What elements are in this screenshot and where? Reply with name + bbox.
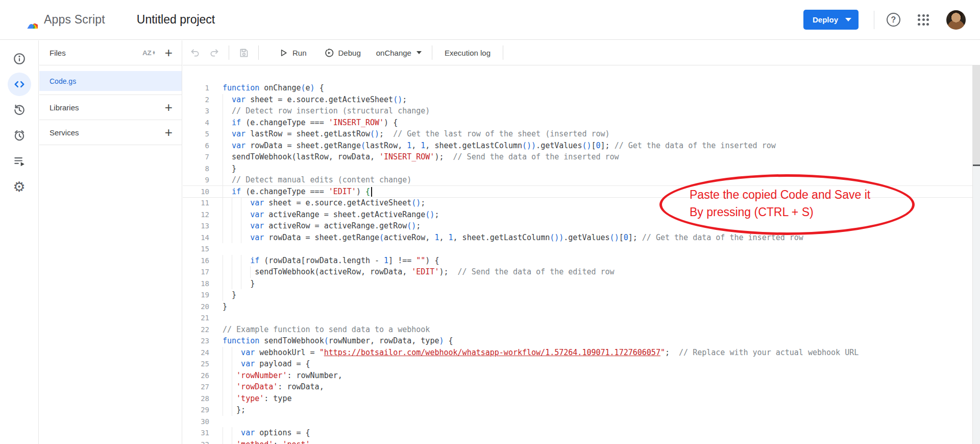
code-line[interactable]: 1function onChange(e) { [183,82,972,94]
run-button[interactable]: Run [275,45,311,60]
line-number: 6 [183,140,209,152]
code-line[interactable]: 16if (rowData[rowData.length - 1] !== ""… [183,255,972,267]
code-line[interactable]: 4if (e.changeType === 'INSERT_ROW') { [183,117,972,129]
line-number: 13 [183,220,209,232]
files-panel: Files AZ▲▼ + Code.gs Libraries + Service… [39,40,182,444]
code-line[interactable]: 6var rowData = sheet.getRange(lastRow, 1… [183,140,972,152]
code-line[interactable]: 31var options = { [183,427,972,439]
code-line[interactable]: 28'type': type [183,393,972,405]
code-lines: 1function onChange(e) {2var sheet = e.so… [183,82,972,444]
annotation-text: Paste the copied Code and Save it By pre… [690,186,870,221]
debug-button[interactable]: Debug [320,45,365,61]
code-line[interactable]: 26'rowNumber': rowNumber, [183,370,972,382]
code-line[interactable]: 8} [183,163,972,175]
code-line[interactable]: 25var payload = { [183,358,972,370]
line-number: 8 [183,163,209,175]
code-line[interactable]: 22// Example function to send data to a … [183,324,972,336]
undo-button[interactable] [186,44,205,61]
text-cursor [371,187,372,197]
settings-gear-icon[interactable]: ⚙ [7,174,32,199]
editor-zone: Run Debug onChange Execution log [183,40,980,444]
add-service-icon[interactable]: + [165,126,173,139]
code-editor-icon[interactable] [7,72,32,97]
code-line[interactable]: 21 [183,312,972,324]
code-line[interactable]: 14var rowData = sheet.getRange(activeRow… [183,232,972,244]
line-number: 27 [183,381,209,393]
vertical-scrollbar[interactable] [972,65,980,444]
debug-icon [324,48,334,58]
project-history-icon[interactable] [7,97,32,123]
redo-button[interactable] [205,44,224,61]
red-ellipse-annotation: Paste the copied Code and Save it By pre… [659,174,915,235]
code-line[interactable]: 24var webhookUrl = "https://botsailor.co… [183,347,972,359]
code-line[interactable]: 18} [183,278,972,290]
line-number: 29 [183,404,209,416]
code-line[interactable]: 2var sheet = e.source.getActiveSheet(); [183,94,972,106]
line-number: 28 [183,393,209,405]
code-line[interactable]: 19} [183,289,972,301]
file-item-codegs[interactable]: Code.gs [39,71,182,91]
line-number: 9 [183,174,209,186]
line-number: 18 [183,278,209,290]
line-number: 16 [183,255,209,267]
code-line[interactable]: 15 [183,243,972,255]
project-title[interactable]: Untitled project [137,13,215,27]
toolbar-divider [432,45,432,60]
execution-log-button[interactable]: Execution log [437,45,498,60]
code-line[interactable]: 30 [183,416,972,428]
function-selector[interactable]: onChange [371,45,427,60]
toolbar-divider [229,45,229,60]
left-icon-rail: ⚙ [0,40,39,444]
line-number: 1 [183,82,209,94]
line-number: 31 [183,427,209,439]
line-number: 25 [183,358,209,370]
line-number: 2 [183,94,209,106]
line-number: 23 [183,335,209,347]
line-number: 15 [183,243,209,255]
save-button[interactable] [234,44,253,61]
code-line[interactable]: 27'rowData': rowData, [183,381,972,393]
executions-icon[interactable] [7,148,32,174]
overview-info-icon[interactable] [7,46,32,72]
line-number: 21 [183,312,209,324]
google-apps-grid-icon[interactable] [918,14,929,26]
triggers-alarm-icon[interactable] [7,123,32,148]
annotation-line-1: Paste the copied Code and Save it [690,186,870,203]
line-number: 12 [183,209,209,221]
code-line[interactable]: 17sendToWebhook(activeRow, rowData, 'EDI… [183,266,972,278]
file-item-label: Code.gs [50,77,76,85]
code-line[interactable]: 3// Detect row insertion (structural cha… [183,105,972,117]
user-avatar[interactable] [946,10,966,30]
apps-script-window: Apps Script Untitled project Deploy ? [0,0,980,444]
topbar-actions: Deploy ? [803,10,966,30]
app-name: Apps Script [44,13,105,27]
files-panel-header: Files AZ▲▼ + [39,40,182,65]
function-selector-value: onChange [376,49,411,57]
code-editor[interactable]: 1function onChange(e) {2var sheet = e.so… [183,65,972,444]
help-icon[interactable]: ? [887,13,900,27]
scrollbar-thumb[interactable] [973,65,980,166]
top-app-bar: Apps Script Untitled project Deploy ? [0,0,980,40]
line-number: 11 [183,197,209,209]
chevron-down-icon [416,51,422,54]
code-line[interactable]: 32'method': 'post' [183,439,972,444]
code-line[interactable]: 20} [183,301,972,313]
code-line[interactable]: 29}; [183,404,972,416]
line-number: 24 [183,347,209,359]
line-number: 3 [183,105,209,117]
services-label: Services [50,128,79,137]
code-line[interactable]: 7sendToWebhook(lastRow, rowData, 'INSERT… [183,151,972,163]
sort-az-icon[interactable]: AZ▲▼ [142,49,156,57]
add-library-icon[interactable]: + [165,101,173,114]
services-section: Services + [39,120,182,145]
topbar-divider [874,11,874,29]
deploy-caret-icon [845,18,851,21]
code-line[interactable]: 23function sendToWebhook(rowNumber, rowD… [183,335,972,347]
apps-script-logo-icon [20,11,38,29]
add-file-icon[interactable]: + [165,46,173,59]
deploy-button[interactable]: Deploy [803,10,859,30]
code-line[interactable]: 5var lastRow = sheet.getLastRow(); // Ge… [183,128,972,140]
run-label: Run [292,49,307,57]
editor-toolbar: Run Debug onChange Execution log [183,40,980,65]
line-number: 14 [183,232,209,244]
